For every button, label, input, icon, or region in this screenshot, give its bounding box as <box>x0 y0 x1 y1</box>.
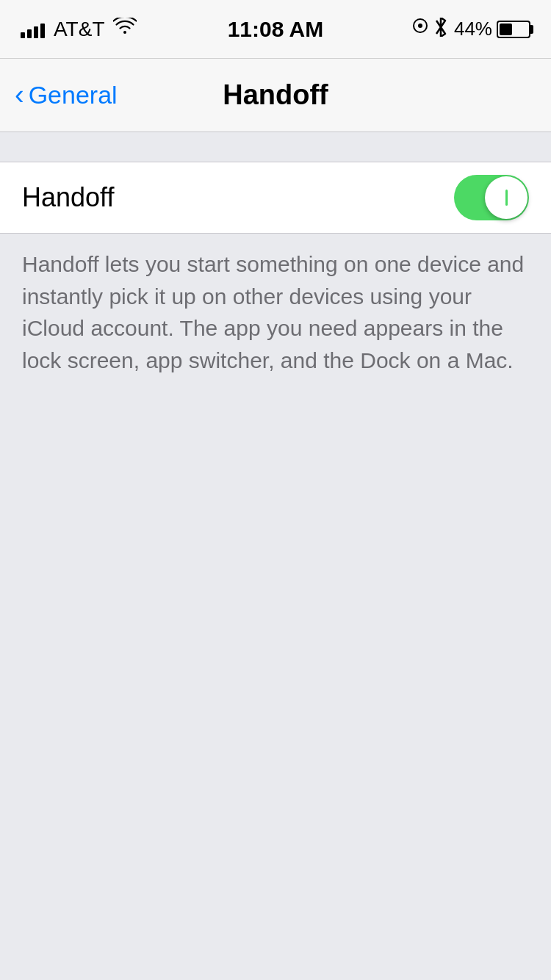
carrier-label: AT&T <box>54 18 104 41</box>
wifi-icon <box>113 18 137 40</box>
battery-container: 44% <box>454 18 530 40</box>
back-button[interactable]: ‹ General <box>15 81 118 109</box>
bluetooth-icon <box>435 18 447 41</box>
status-left: AT&T <box>21 18 138 41</box>
nav-bar: ‹ General Handoff <box>0 59 551 132</box>
location-icon <box>413 18 428 40</box>
status-time: 11:08 AM <box>228 17 324 42</box>
handoff-description: Handoff lets you start something on one … <box>0 234 551 398</box>
back-label: General <box>29 81 118 109</box>
battery-percent-label: 44% <box>454 18 492 40</box>
svg-point-1 <box>418 24 422 28</box>
toggle-line-icon <box>505 190 508 206</box>
battery-fill <box>500 24 512 35</box>
page-title: Handoff <box>223 79 328 111</box>
status-bar: AT&T 11:08 AM 44% <box>0 0 551 59</box>
handoff-row: Handoff <box>0 162 551 233</box>
battery-icon <box>497 21 530 38</box>
handoff-toggle[interactable] <box>454 175 529 220</box>
content-area: Handoff Handoff lets you start something… <box>0 132 551 398</box>
handoff-section: Handoff <box>0 162 551 234</box>
status-right: 44% <box>413 18 530 41</box>
signal-bars-icon <box>21 21 45 38</box>
handoff-label: Handoff <box>22 182 114 213</box>
toggle-knob <box>485 176 527 219</box>
back-arrow-icon: ‹ <box>15 81 24 109</box>
